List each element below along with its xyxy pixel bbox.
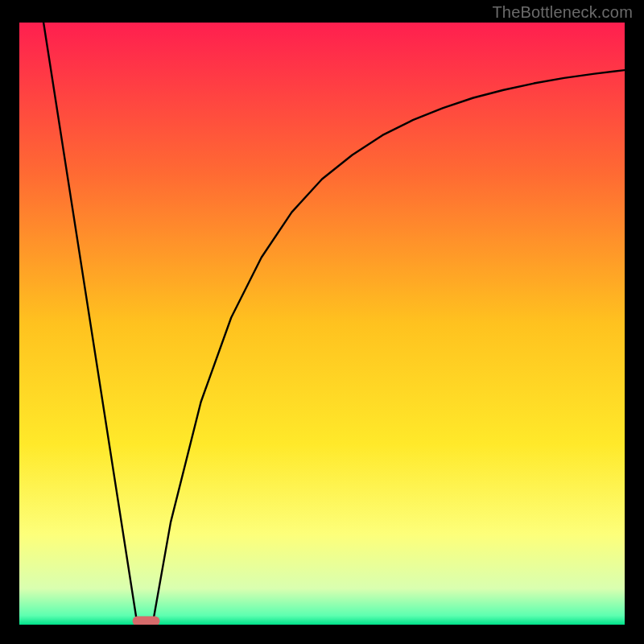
attribution-text: TheBottleneck.com bbox=[492, 3, 633, 22]
plot-background bbox=[19, 23, 625, 625]
bottleneck-chart bbox=[19, 5, 625, 625]
optimal-marker bbox=[133, 617, 160, 625]
chart-frame bbox=[19, 5, 625, 625]
